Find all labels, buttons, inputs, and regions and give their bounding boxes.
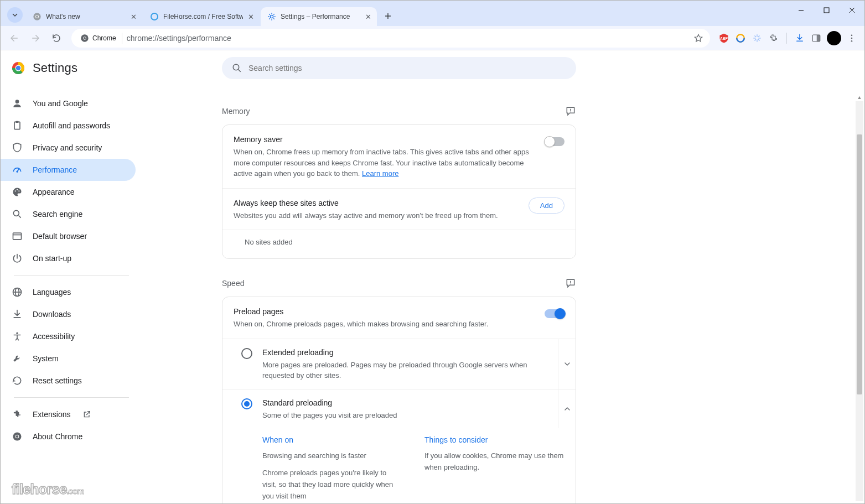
close-window-button[interactable] <box>839 1 864 19</box>
svg-point-2 <box>36 15 38 18</box>
bookmark-star-icon[interactable] <box>693 33 703 43</box>
extension-sparkle-icon[interactable] <box>751 32 763 44</box>
maximize-button[interactable] <box>814 1 839 19</box>
sidebar-item-performance[interactable]: Performance <box>1 159 136 181</box>
content-area: Settings You and Google Autofill and pas… <box>1 50 864 503</box>
url-input[interactable] <box>127 34 689 43</box>
downloads-icon[interactable] <box>794 32 806 44</box>
svg-point-16 <box>851 37 853 39</box>
extended-preloading-row[interactable]: Extended preloading More pages are prelo… <box>222 339 576 389</box>
globe-icon <box>12 287 23 298</box>
tab-title: Settings – Performance <box>281 13 350 20</box>
back-button[interactable] <box>5 29 24 48</box>
sidebar-divider <box>14 397 129 398</box>
add-site-button[interactable]: Add <box>529 198 564 214</box>
toolbar: Chrome ABP <box>1 26 864 50</box>
svg-rect-26 <box>16 121 19 123</box>
close-tab-button[interactable]: ✕ <box>129 12 138 21</box>
search-input[interactable] <box>248 64 566 72</box>
sidebar-item-onstartup[interactable]: On start-up <box>1 247 136 269</box>
sidebar-item-extensions[interactable]: Extensions <box>1 403 136 425</box>
clipboard-icon <box>12 120 23 131</box>
person-icon <box>12 98 23 109</box>
memory-saver-toggle[interactable] <box>545 137 564 146</box>
svg-rect-25 <box>14 122 20 129</box>
sidebar-item-reset[interactable]: Reset settings <box>1 370 136 392</box>
svg-line-33 <box>19 216 21 218</box>
memory-card: Memory saver When on, Chrome frees up me… <box>222 124 576 259</box>
close-tab-button[interactable]: ✕ <box>364 12 372 21</box>
reload-button[interactable] <box>47 29 66 48</box>
sidebar-item-search-engine[interactable]: Search engine <box>1 203 136 225</box>
when-on-heading: When on <box>262 434 402 446</box>
titlebar: What's new ✕ FileHorse.com / Free Softwa… <box>1 1 864 26</box>
reset-icon <box>12 375 23 386</box>
tab-settings-performance[interactable]: Settings – Performance ✕ <box>261 7 377 26</box>
no-sites-row: No sites added <box>222 230 576 258</box>
svg-point-28 <box>17 171 18 173</box>
preload-row: Preload pages When on, Chrome preloads p… <box>222 297 576 339</box>
svg-text:ABP: ABP <box>720 36 728 40</box>
speed-section-header: Speed <box>222 270 576 297</box>
svg-point-42 <box>16 435 19 438</box>
extension-circle-icon[interactable] <box>734 32 747 44</box>
browser-window: What's new ✕ FileHorse.com / Free Softwa… <box>0 0 865 504</box>
expand-extended-button[interactable] <box>558 339 576 389</box>
chrome-menu-button[interactable] <box>846 32 858 44</box>
tab-title: What's new <box>46 13 80 20</box>
sidebar-item-languages[interactable]: Languages <box>1 281 136 303</box>
learn-more-link[interactable]: Learn more <box>362 169 398 178</box>
minimize-button[interactable] <box>788 1 814 19</box>
sidebar-item-accessibility[interactable]: Accessibility <box>1 325 136 347</box>
scroll-thumb[interactable] <box>857 134 862 394</box>
accessibility-icon <box>12 331 23 342</box>
speedometer-icon <box>12 164 23 175</box>
svg-point-4 <box>270 15 273 18</box>
svg-point-29 <box>15 190 16 191</box>
extensions-puzzle-icon[interactable] <box>768 32 780 44</box>
tab-search-button[interactable] <box>7 7 23 23</box>
search-settings-box[interactable] <box>222 57 576 79</box>
scroll-up-arrow[interactable]: ▲ <box>856 93 863 101</box>
tab-whats-new[interactable]: What's new ✕ <box>26 7 142 26</box>
sidebar-item-autofill[interactable]: Autofill and passwords <box>1 115 136 137</box>
wrench-icon <box>12 353 23 364</box>
sidebar-item-default-browser[interactable]: Default browser <box>1 225 136 247</box>
svg-rect-14 <box>817 35 820 41</box>
feedback-icon[interactable] <box>565 106 576 117</box>
new-tab-button[interactable] <box>380 8 396 24</box>
always-active-row: Always keep these sites active Websites … <box>222 188 576 230</box>
standard-preloading-row[interactable]: Standard preloading Some of the pages yo… <box>222 389 576 429</box>
sidebar-item-system[interactable]: System <box>1 347 136 370</box>
forward-button[interactable] <box>26 29 45 48</box>
svg-point-22 <box>233 64 239 70</box>
preload-title: Preload pages <box>234 306 536 318</box>
sidebar-item-you-and-google[interactable]: You and Google <box>1 92 136 115</box>
extended-radio[interactable] <box>241 348 252 359</box>
profile-avatar[interactable] <box>827 31 841 45</box>
tab-filehorse[interactable]: FileHorse.com / Free Software ✕ <box>143 7 260 26</box>
svg-point-24 <box>15 100 19 103</box>
power-icon <box>12 253 23 264</box>
svg-point-46 <box>570 283 571 284</box>
settings-sidebar: You and Google Autofill and passwords Pr… <box>1 50 142 503</box>
address-bar[interactable]: Chrome <box>71 29 710 48</box>
side-panel-icon[interactable] <box>810 32 822 44</box>
sidebar-item-about[interactable]: About Chrome <box>1 425 136 448</box>
browser-icon <box>12 231 23 242</box>
filehorse-icon <box>150 12 159 21</box>
extensions-area: ABP <box>716 31 860 45</box>
standard-radio[interactable] <box>241 398 252 409</box>
things-to-consider-heading: Things to consider <box>424 434 564 446</box>
sidebar-item-appearance[interactable]: Appearance <box>1 181 136 203</box>
adblock-icon[interactable]: ABP <box>718 32 730 44</box>
scrollbar[interactable]: ▲ <box>856 101 863 501</box>
preload-toggle[interactable] <box>545 309 564 318</box>
collapse-standard-button[interactable] <box>558 389 576 429</box>
sidebar-item-privacy[interactable]: Privacy and security <box>1 137 136 159</box>
feedback-icon[interactable] <box>565 278 576 289</box>
close-tab-button[interactable]: ✕ <box>247 12 255 21</box>
chrome-icon <box>80 34 89 43</box>
search-icon <box>12 209 23 220</box>
sidebar-item-downloads[interactable]: Downloads <box>1 303 136 325</box>
